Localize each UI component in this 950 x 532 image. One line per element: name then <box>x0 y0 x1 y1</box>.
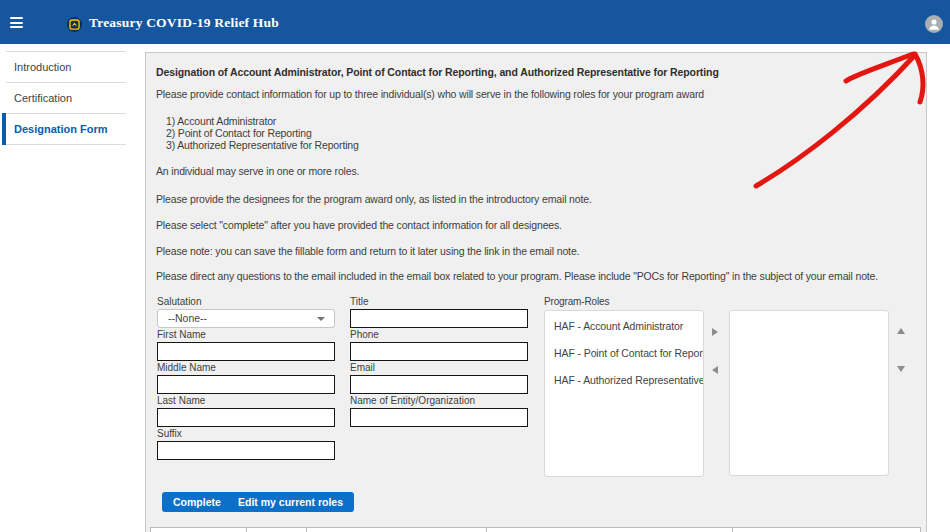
middle-name-input[interactable] <box>157 375 335 394</box>
program-role-option[interactable]: HAF - Account Administrator <box>545 316 703 343</box>
page-title: Designation of Account Administrator, Po… <box>156 66 719 78</box>
table-column-divider <box>486 528 487 532</box>
sidebar-item-label: Introduction <box>14 61 71 73</box>
entity-input[interactable] <box>350 408 528 427</box>
suffix-input[interactable] <box>157 441 335 460</box>
program-roles-selected-list[interactable] <box>729 310 889 476</box>
field-label: Salutation <box>157 296 335 307</box>
sidebar-item-label: Certification <box>14 92 72 104</box>
field-label: Last Name <box>157 395 335 406</box>
title-input[interactable] <box>350 309 528 328</box>
last-name-input[interactable] <box>157 408 335 427</box>
move-right-icon[interactable] <box>712 328 718 336</box>
field-label: Name of Entity/Organization <box>350 395 528 406</box>
table-column-divider <box>246 528 247 532</box>
app-title: Treasury COVID-19 Relief Hub <box>89 0 279 44</box>
move-left-icon[interactable] <box>712 366 718 374</box>
content-panel: Designation of Account Administrator, Po… <box>145 52 927 532</box>
edit-current-roles-button[interactable]: Edit my current roles <box>227 492 354 512</box>
program-roles-available-list[interactable]: HAF - Account Administrator HAF - Point … <box>544 310 704 477</box>
field-label: First Name <box>157 329 335 340</box>
program-role-option[interactable]: HAF - Point of Contact for Reporting <box>545 343 703 370</box>
phone-field: Phone <box>350 329 528 361</box>
first-name-field: First Name <box>157 329 335 361</box>
program-role-option[interactable]: HAF - Authorized Representative fo... <box>545 370 703 397</box>
email-field: Email <box>350 362 528 394</box>
field-label: Middle Name <box>157 362 335 373</box>
instruction-paragraph: Please direct any questions to the email… <box>156 270 878 282</box>
title-field: Title <box>350 296 528 328</box>
instruction-paragraph: An individual may serve in one or more r… <box>156 165 359 177</box>
role-list-item: 3) Authorized Representative for Reporti… <box>166 139 359 151</box>
last-name-field: Last Name <box>157 395 335 427</box>
table-edge <box>150 527 921 532</box>
field-label: Phone <box>350 329 528 340</box>
salutation-field: Salutation --None-- <box>157 296 335 328</box>
chevron-down-icon <box>317 317 325 321</box>
sidebar-item-certification[interactable]: Certification <box>6 83 126 114</box>
instruction-paragraph: Please select "complete" after you have … <box>156 219 562 231</box>
suffix-field: Suffix <box>157 428 335 460</box>
middle-name-field: Middle Name <box>157 362 335 394</box>
first-name-input[interactable] <box>157 342 335 361</box>
entity-field: Name of Entity/Organization <box>350 395 528 427</box>
sidebar-item-designation-form[interactable]: Designation Form <box>6 114 126 145</box>
intro-text: Please provide contact information for u… <box>156 88 704 100</box>
app-header: Treasury COVID-19 Relief Hub <box>0 0 950 44</box>
user-avatar-icon[interactable] <box>925 15 943 33</box>
sidebar: Introduction Certification Designation F… <box>0 44 133 532</box>
table-column-divider <box>306 528 307 532</box>
menu-icon[interactable] <box>10 17 24 29</box>
field-label: Email <box>350 362 528 373</box>
salutation-selected-value: --None-- <box>168 310 207 327</box>
treasury-logo-icon <box>67 17 82 32</box>
sidebar-item-introduction[interactable]: Introduction <box>6 52 126 83</box>
move-up-icon[interactable] <box>897 328 905 334</box>
sidebar-nav-list: Introduction Certification Designation F… <box>6 51 126 145</box>
sidebar-item-label: Designation Form <box>14 123 108 135</box>
complete-button[interactable]: Complete <box>162 492 232 512</box>
role-list-item: 1) Account Administrator <box>166 115 276 127</box>
role-list-item: 2) Point of Contact for Reporting <box>166 127 312 139</box>
table-column-divider <box>732 528 733 532</box>
field-label: Suffix <box>157 428 335 439</box>
field-label: Title <box>350 296 528 307</box>
move-down-icon[interactable] <box>897 366 905 372</box>
program-roles-label: Program-Roles <box>544 296 609 307</box>
phone-input[interactable] <box>350 342 528 361</box>
salutation-select[interactable]: --None-- <box>157 309 335 328</box>
email-input[interactable] <box>350 375 528 394</box>
instruction-paragraph: Please provide the designees for the pro… <box>156 193 592 205</box>
instruction-paragraph: Please note: you can save the fillable f… <box>156 245 579 257</box>
